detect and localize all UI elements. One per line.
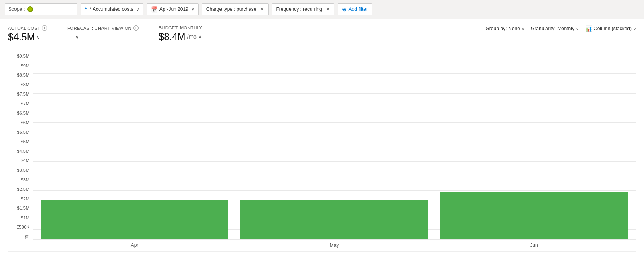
budget-metric: BUDGET: MONTHLY $8.4M /mo ∨ [159, 25, 202, 42]
accumulated-costs-filter[interactable]: * * Accumulated costs ∨ [81, 3, 143, 15]
granularity-control[interactable]: Granularity: Monthly ∨ [531, 26, 579, 31]
bar-group[interactable] [41, 54, 228, 239]
chart-type-control[interactable]: 📊 Column (stacked) ∨ [585, 25, 636, 32]
add-filter-label: Add filter [349, 6, 368, 12]
y-axis-label: $1M [21, 216, 29, 220]
actual-cost-metric: ACTUAL COST i $4.5M ∨ [8, 25, 47, 43]
frequency-filter[interactable]: Frequency : recurring ✕ [272, 3, 334, 15]
date-range-filter[interactable]: 📅 Apr-Jun 2019 ∨ [147, 3, 199, 15]
metrics-row: ACTUAL COST i $4.5M ∨ FORECAST: CHART VI… [8, 25, 202, 43]
toolbar: Scope : * * Accumulated costs ∨ 📅 Apr-Ju… [0, 0, 644, 19]
actual-cost-info-icon[interactable]: i [42, 25, 47, 31]
y-axis-label: $5M [21, 140, 29, 144]
forecast-info-icon[interactable]: i [133, 25, 139, 31]
y-axis-label: $8M [21, 83, 29, 87]
frequency-label: Frequency : recurring [276, 6, 322, 12]
y-axis-label: $7M [21, 102, 29, 106]
budget-chevron[interactable]: ∨ [198, 34, 202, 40]
bar-group[interactable] [240, 54, 428, 239]
top-bar: ACTUAL COST i $4.5M ∨ FORECAST: CHART VI… [8, 25, 636, 49]
y-axis-label: $7.5M [17, 92, 29, 96]
x-axis-label: May [240, 239, 428, 251]
chart-type-chevron: ∨ [633, 27, 636, 31]
chart-controls: Group by: None ∨ Granularity: Monthly ∨ … [486, 25, 636, 32]
y-axis-label: $4.5M [17, 149, 29, 154]
forecast-value: -- ∨ [67, 31, 139, 43]
date-range-label: Apr-Jun 2019 [159, 6, 188, 12]
actual-cost-value: $4.5M ∨ [8, 31, 47, 43]
accumulated-costs-label: * Accumulated costs [90, 6, 133, 12]
y-axis-label: $2.5M [17, 187, 29, 192]
accumulated-costs-chevron: ∨ [136, 7, 139, 12]
y-axis-label: $9M [21, 64, 29, 68]
scope-label: Scope : [8, 6, 25, 12]
group-by-control[interactable]: Group by: None ∨ [486, 26, 524, 31]
y-axis-label: $1.5M [17, 206, 29, 210]
date-range-chevron: ∨ [191, 7, 194, 12]
bar [440, 192, 628, 239]
add-filter-icon: ⊕ [342, 6, 347, 13]
y-axis-label: $500K [17, 225, 29, 229]
y-axis-label: $0 [25, 235, 29, 239]
budget-suffix: /mo [187, 33, 197, 40]
forecast-metric: FORECAST: CHART VIEW ON i -- ∨ [67, 25, 139, 43]
group-by-label: Group by: [486, 26, 507, 31]
granularity-chevron: ∨ [576, 27, 579, 31]
forecast-label: FORECAST: CHART VIEW ON i [67, 25, 139, 31]
y-axis-label: $4M [21, 158, 29, 163]
chart-area: $9.5M$9M$8.5M$8M$7.5M$7M$6.5M$6M$5.5M$5M… [8, 54, 636, 252]
x-axis-label: Apr [41, 239, 228, 251]
add-filter-button[interactable]: ⊕ Add filter [338, 3, 372, 15]
charge-type-label: Charge type : purchase [206, 6, 257, 12]
y-axis-label: $9.5M [17, 54, 29, 58]
y-axis-label: $2M [21, 197, 29, 201]
bar [240, 200, 428, 239]
group-by-value: None [508, 26, 520, 31]
y-axis-label: $8.5M [17, 73, 29, 77]
scope-selector[interactable]: Scope : [5, 3, 77, 15]
calendar-icon: 📅 [151, 6, 157, 13]
frequency-close-icon[interactable]: ✕ [326, 6, 330, 12]
scope-dot-icon [27, 6, 33, 12]
chart-type-icon: 📊 [585, 25, 592, 32]
bars-container [33, 54, 636, 239]
y-axis: $9.5M$9M$8.5M$8M$7.5M$7M$6.5M$6M$5.5M$5M… [8, 54, 33, 239]
budget-value: $8.4M /mo ∨ [159, 31, 202, 42]
budget-label: BUDGET: MONTHLY [159, 25, 202, 30]
y-axis-label: $5.5M [17, 130, 29, 135]
x-axis-labels: AprMayJun [33, 239, 636, 251]
x-axis-label: Jun [440, 239, 628, 251]
y-axis-label: $6M [21, 121, 29, 125]
granularity-label: Granularity: [531, 26, 556, 31]
main-content: ACTUAL COST i $4.5M ∨ FORECAST: CHART VI… [0, 19, 644, 273]
charge-type-filter[interactable]: Charge type : purchase ✕ [202, 3, 269, 15]
asterisk-icon: * [85, 6, 87, 12]
actual-cost-chevron[interactable]: ∨ [37, 34, 40, 40]
bar [41, 200, 228, 239]
forecast-chevron[interactable]: ∨ [75, 34, 79, 40]
bar-group[interactable] [440, 54, 628, 239]
y-axis-label: $3M [21, 178, 29, 182]
y-axis-label: $6.5M [17, 111, 29, 115]
granularity-value: Monthly [557, 26, 574, 31]
actual-cost-label: ACTUAL COST i [8, 25, 47, 31]
charge-type-close-icon[interactable]: ✕ [260, 6, 264, 12]
y-axis-label: $3.5M [17, 168, 29, 173]
chart-type-value: Column (stacked) [594, 26, 632, 31]
group-by-chevron: ∨ [522, 27, 524, 31]
